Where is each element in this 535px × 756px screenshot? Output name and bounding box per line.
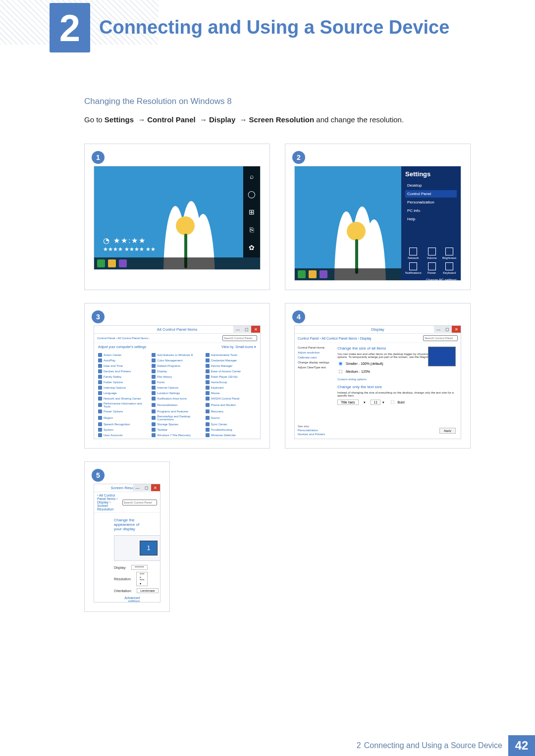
control-panel-item[interactable]: Flash Player (32-bit) [206,375,256,379]
control-panel-item[interactable]: User Accounts [98,433,149,437]
control-panel-item[interactable]: Device Manager [206,364,256,368]
control-panel-item[interactable]: Windows 7 File Recovery [152,433,202,437]
bold-check[interactable] [390,401,394,404]
resolution-combo[interactable]: **** x **** ▾ [136,572,148,586]
control-panel-item[interactable]: Phone and Modem [206,402,256,408]
control-panel-item[interactable]: Credential Manager [206,358,256,362]
sidebar-home[interactable]: Control Panel Home [298,346,330,349]
search-input[interactable] [423,335,458,341]
power-icon[interactable]: Power [425,262,439,274]
devices-icon[interactable]: ⎘ [247,225,256,234]
control-panel-item[interactable]: AutoPlay [98,358,149,362]
close-button[interactable]: ✕ [251,326,260,333]
control-panel-item[interactable]: Taskbar [152,428,202,432]
apply-button[interactable]: Apply [439,428,456,434]
orientation-combo[interactable]: Landscape [137,588,158,593]
keyboard-icon[interactable]: Keyboard [442,262,457,274]
taskbar[interactable] [295,268,401,280]
store-icon[interactable] [320,270,327,278]
display-combo[interactable]: ******** [131,565,148,570]
minimize-button[interactable]: — [133,484,142,491]
control-panel-item[interactable]: Speech Recognition [98,422,149,426]
settings-icon[interactable]: ✿ [247,243,256,252]
control-panel-item[interactable]: Power Options [98,409,149,413]
control-panel-item[interactable]: Performance Information and Tools [98,402,149,408]
radio-smaller[interactable] [339,362,343,366]
control-panel-item[interactable]: System [98,428,149,432]
control-panel-item[interactable]: Storage Spaces [152,422,202,426]
sidebar-change-settings[interactable]: Change display settings [298,361,330,364]
control-panel-item[interactable]: Keyboard [206,386,256,390]
maximize-button[interactable]: ▢ [142,484,151,491]
control-panel-item[interactable]: Troubleshooting [206,428,256,432]
search-icon[interactable]: ⌕ [247,172,256,181]
explorer-icon[interactable] [309,270,317,278]
breadcrumb[interactable]: Control Panel › All Control Panel Items … [298,337,372,340]
control-panel-item[interactable]: Windows Update [152,439,202,439]
control-panel-item[interactable]: Ease of Access Center [206,369,256,373]
settings-item-personalization[interactable]: Personalization [405,199,457,206]
control-panel-item[interactable]: Administrative Tools [206,353,256,357]
settings-item-control-panel[interactable]: Control Panel [405,190,457,198]
control-panel-item[interactable]: Notification Area Icons [152,397,202,401]
maximize-button[interactable]: ▢ [242,326,251,333]
volume-icon[interactable]: Volume [425,248,439,259]
maximize-button[interactable]: ▢ [443,326,452,333]
sidebar-cleartype[interactable]: Adjust ClearType text [298,366,330,369]
control-panel-item[interactable]: Family Safety [98,375,149,379]
brightness-icon[interactable]: Brightness [442,248,457,259]
charms-bar[interactable]: ⌕ ◯ ⊞ ⎘ ✿ [243,166,260,257]
close-button[interactable]: ✕ [151,484,160,491]
taskbar[interactable] [94,257,260,269]
control-panel-item[interactable]: Programs and Features [152,409,202,413]
control-panel-item[interactable]: Devices and Printers [98,369,149,373]
control-panel-item[interactable]: Mouse [206,391,256,395]
see-also-devices[interactable]: Devices and Printers [298,433,325,436]
settings-item-pc-info[interactable]: PC info [405,207,457,214]
radio-medium[interactable] [339,370,343,374]
settings-item-desktop[interactable]: Desktop [405,182,457,189]
control-panel-item[interactable]: Default Programs [152,364,202,368]
ie-icon[interactable] [97,259,105,267]
control-panel-item[interactable]: Location Settings [152,391,202,395]
sidebar-calibrate-color[interactable]: Calibrate color [298,356,330,359]
size-combo[interactable]: 11 [371,400,380,405]
settings-item-help[interactable]: Help [405,215,457,223]
control-panel-item[interactable]: Folder Options [98,380,149,384]
ie-icon[interactable] [298,270,306,278]
control-panel-item[interactable]: Sync Center [206,422,256,426]
control-panel-item[interactable]: Color Management [152,358,202,362]
network-icon[interactable]: Network [405,248,422,259]
control-panel-item[interactable]: Windows Firewall [98,439,149,439]
control-panel-item[interactable]: File History [152,375,202,379]
monitor-1[interactable]: 1 [140,541,158,555]
control-panel-item[interactable]: Language [98,391,149,395]
control-panel-item[interactable]: Sound [206,415,256,421]
control-panel-item[interactable]: Recovery [206,409,256,413]
notifications-icon[interactable]: Notifications [405,262,422,274]
share-icon[interactable]: ◯ [247,190,256,199]
control-panel-item[interactable]: RemoteApp and Desktop Connections [152,415,202,421]
control-panel-item[interactable]: Windows Defender [206,433,256,437]
control-panel-item[interactable]: HomeGroup [206,380,256,384]
custom-sizing-link[interactable]: Custom sizing options [337,378,457,381]
store-icon[interactable] [119,259,127,267]
control-panel-item[interactable]: Date and Time [98,364,149,368]
control-panel-item[interactable]: Indexing Options [98,386,149,390]
control-panel-item[interactable]: Personalization [152,402,202,408]
explorer-icon[interactable] [108,259,116,267]
minimize-button[interactable]: — [233,326,242,333]
change-pc-settings-link[interactable]: Change PC settings [405,278,457,281]
control-panel-item[interactable]: Action Center [98,353,149,357]
control-panel-item[interactable]: Display [152,369,202,373]
see-also-personalization[interactable]: Personalization [298,429,325,432]
breadcrumb[interactable]: › All Control Panel Items › Display › Sc… [97,494,122,511]
breadcrumb[interactable]: Control Panel › All Control Panel Items … [97,337,150,340]
control-panel-item[interactable]: Fonts [152,380,202,384]
sidebar-adjust-resolution[interactable]: Adjust resolution [298,351,330,354]
item-combo[interactable]: Title bars [337,400,359,405]
close-button[interactable]: ✕ [452,326,461,333]
start-icon[interactable]: ⊞ [247,207,256,216]
search-input[interactable] [222,335,257,341]
control-panel-item[interactable]: Internet Options [152,386,202,390]
